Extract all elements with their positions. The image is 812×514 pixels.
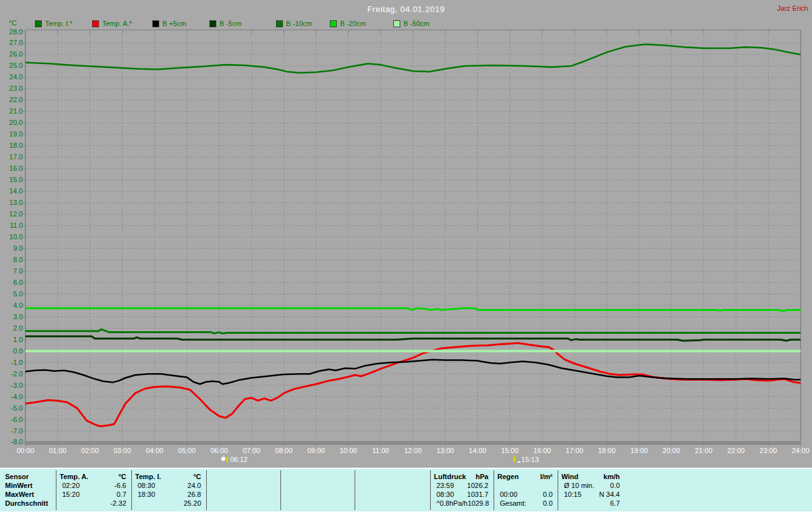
stats-row-header: Sensor xyxy=(0,472,56,481)
stat-value-cell: 26.8 xyxy=(188,490,201,499)
stat-value-cell: 24.0 xyxy=(188,481,201,490)
section-title: Temp. A. xyxy=(60,472,88,481)
stats-row xyxy=(355,481,430,490)
stats-section-empty xyxy=(206,469,280,514)
stat-time-cell: 18:30 xyxy=(138,490,155,499)
stats-row xyxy=(206,490,280,499)
stats-row: -2.32 xyxy=(56,499,131,508)
stat-value-cell: N 34.4 xyxy=(599,490,620,499)
stat-value-cell: -6.6 xyxy=(114,481,126,490)
stats-row-header: MinWert xyxy=(0,481,56,490)
stat-time-cell: Ø 10 min. xyxy=(564,481,594,490)
stats-row-headers: SensorMinWertMaxWertDurchschnitt xyxy=(0,469,56,514)
section-unit: hPa xyxy=(476,472,488,481)
stats-row: 15:200.7 xyxy=(56,490,131,499)
stat-time-cell: ^0.8hPa/h xyxy=(436,499,468,508)
section-unit: °C xyxy=(119,472,126,481)
stats-row-header: Durchschnitt xyxy=(0,499,56,508)
stat-value-cell: 6.7 xyxy=(610,499,620,508)
stat-value-cell: 1031.7 xyxy=(467,490,488,499)
stats-row: 6.7 xyxy=(558,499,625,508)
stats-row: 00:000.0 xyxy=(494,490,558,499)
stat-value-cell: 0.0 xyxy=(543,490,553,499)
sunrise-icon xyxy=(220,454,230,464)
series-b-5cm xyxy=(25,336,801,341)
weather-app-window: { "header": { "title": "Freitag, 04.01.2… xyxy=(0,0,812,514)
section-title: Wind xyxy=(561,472,579,481)
section-header: Regenl/m² xyxy=(494,472,558,481)
stats-panel: SensorMinWertMaxWertDurchschnitt Temp. A… xyxy=(0,468,812,514)
stat-time-cell: 23:59 xyxy=(436,481,454,490)
stats-row: 23:591026.2 xyxy=(430,481,494,490)
series-tempi xyxy=(25,44,801,73)
stat-value-cell: 0.0 xyxy=(610,481,620,490)
section-unit: °C xyxy=(193,472,201,481)
stats-row: 18:3026.8 xyxy=(131,490,206,499)
stats-section-luftdruck: LuftdruckhPa23:591026.208:301031.7^0.8hP… xyxy=(430,469,494,514)
stats-row xyxy=(206,499,280,508)
section-header: LuftdruckhPa xyxy=(430,472,494,481)
section-title: Regen xyxy=(497,472,519,481)
stats-row: 08:3024.0 xyxy=(131,481,206,490)
stats-row: 10:15N 34.4 xyxy=(558,490,625,499)
stats-section-regen: Regenl/m²00:000.0Gesamt:0.0 xyxy=(494,469,558,514)
stat-value-cell: 0.0 xyxy=(543,499,553,508)
stats-section-wind: Windkm/hØ 10 min.0.010:15N 34.46.7 xyxy=(558,469,625,514)
stats-section-empty xyxy=(280,469,355,514)
stats-section-empty xyxy=(355,469,430,514)
stat-time-cell: 02:20 xyxy=(62,481,80,490)
temperature-chart xyxy=(0,0,812,514)
stats-row xyxy=(280,481,355,490)
section-header: Temp. A.°C xyxy=(56,472,131,481)
section-header xyxy=(355,472,430,481)
section-unit: l/m² xyxy=(540,472,553,481)
stat-value-cell: -2.32 xyxy=(110,499,126,508)
stat-time-cell: 08:30 xyxy=(138,481,155,490)
section-title: Temp. I. xyxy=(135,472,161,481)
section-header xyxy=(280,472,355,481)
stat-time-cell: 00:00 xyxy=(500,490,518,499)
stat-value-cell: 0.7 xyxy=(117,490,126,499)
section-header xyxy=(206,472,280,481)
stat-time-cell: 15:20 xyxy=(62,490,80,499)
stats-row: 08:301031.7 xyxy=(430,490,494,499)
stat-time-cell: 08:30 xyxy=(436,490,454,499)
sunset-marker: 15:13 xyxy=(511,454,539,464)
section-unit: km/h xyxy=(603,472,620,481)
sunset-time: 15:13 xyxy=(521,456,539,463)
stats-row xyxy=(280,490,355,499)
stats-row xyxy=(494,481,558,490)
stats-row xyxy=(206,481,280,490)
stat-value-cell: 1029.8 xyxy=(468,499,489,508)
sunrise-marker: 06:12 xyxy=(220,454,248,464)
stats-row-header: MaxWert xyxy=(0,490,56,499)
stats-section-tempi: Temp. I.°C08:3024.018:3026.825.20 xyxy=(131,469,206,514)
stat-value-cell: 1026.2 xyxy=(467,481,488,490)
stat-value-cell: 25.20 xyxy=(183,499,201,508)
stats-row: Ø 10 min.0.0 xyxy=(558,481,625,490)
stats-row: 25.20 xyxy=(131,499,206,508)
sunset-icon xyxy=(511,454,521,464)
stats-row: ^0.8hPa/h1029.8 xyxy=(430,499,494,508)
section-header: Temp. I.°C xyxy=(131,472,206,481)
stats-row: 02:20-6.6 xyxy=(56,481,131,490)
stats-section-tempa: Temp. A.°C02:20-6.615:200.7-2.32 xyxy=(56,469,131,514)
stats-row xyxy=(355,490,430,499)
stats-row xyxy=(355,499,430,508)
stats-row xyxy=(280,499,355,508)
stat-time-cell: 10:15 xyxy=(564,490,582,499)
x-axis-bar xyxy=(25,441,801,445)
section-title: Luftdruck xyxy=(434,472,466,481)
stats-row: Gesamt:0.0 xyxy=(494,499,558,508)
sunrise-time: 06:12 xyxy=(230,456,248,463)
stat-time-cell: Gesamt: xyxy=(500,499,527,508)
section-header: Windkm/h xyxy=(558,472,625,481)
